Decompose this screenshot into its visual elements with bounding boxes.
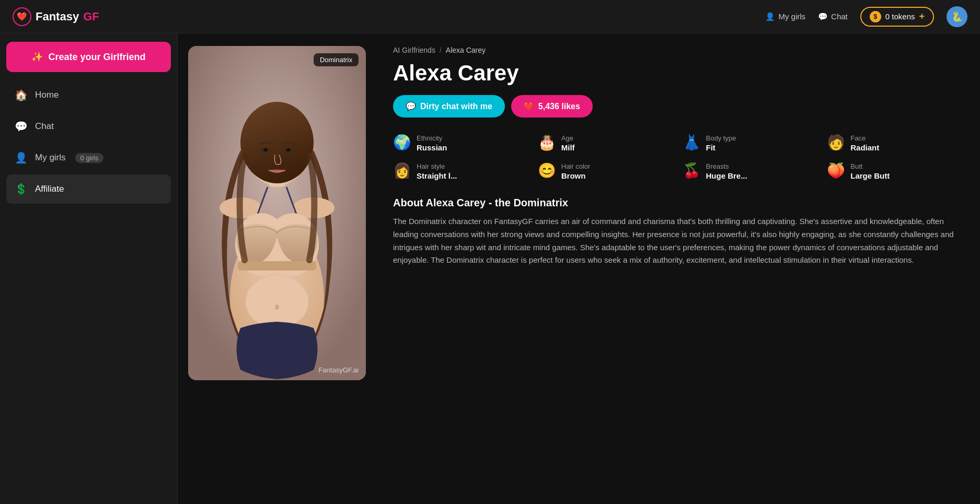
header-nav: 👤 My girls 💬 Chat $ 0 tokens + 🐍 bbox=[765, 6, 967, 27]
attribute-label: Face bbox=[850, 134, 879, 142]
create-icon: ✨ bbox=[31, 51, 43, 63]
attribute-label: Hair color bbox=[561, 162, 591, 170]
breadcrumb-separator: / bbox=[440, 46, 442, 54]
sidebar: ✨ Create your Girlfriend 🏠 Home 💬 Chat 👤… bbox=[0, 33, 178, 504]
chat-label: Chat bbox=[831, 12, 848, 21]
attribute-icon: 🌍 bbox=[393, 135, 411, 150]
sidebar-affiliate-label: Affiliate bbox=[35, 184, 64, 194]
my-girls-icon: 👤 bbox=[765, 12, 775, 21]
sidebar-home-label: Home bbox=[35, 90, 59, 100]
attribute-item: 😊 Hair color Brown bbox=[538, 162, 674, 180]
attribute-icon: 🍑 bbox=[827, 163, 845, 178]
attribute-info: Hair color Brown bbox=[561, 162, 591, 180]
action-buttons: 💬 Dirty chat with me ❤️ 5,436 likes bbox=[393, 95, 963, 118]
likes-heart-icon: ❤️ bbox=[524, 101, 534, 111]
attribute-info: Breasts Huge Bre... bbox=[706, 162, 747, 180]
dominatrix-tag: Dominatrix bbox=[314, 53, 359, 66]
main-content: Dominatrix FantasyGF.ai AI Girlfriends /… bbox=[178, 33, 980, 504]
profile-image-section: Dominatrix FantasyGF.ai bbox=[178, 33, 376, 504]
breadcrumb-current: Alexa Carey bbox=[446, 46, 486, 54]
likes-button[interactable]: ❤️ 5,436 likes bbox=[511, 95, 593, 118]
dirty-chat-button[interactable]: 💬 Dirty chat with me bbox=[393, 95, 505, 118]
chat-button-icon: 💬 bbox=[406, 101, 416, 111]
sidebar-item-affiliate[interactable]: 💲 Affiliate bbox=[6, 174, 171, 204]
attribute-label: Breasts bbox=[706, 162, 747, 170]
profile-name: Alexa Carey bbox=[393, 61, 963, 86]
profile-image-wrapper: Dominatrix FantasyGF.ai bbox=[188, 46, 366, 380]
profile-image bbox=[188, 46, 366, 380]
logo-icon: ❤️ bbox=[13, 7, 31, 26]
attribute-label: Body type bbox=[706, 134, 736, 142]
attribute-item: 🧑 Face Radiant bbox=[827, 134, 963, 152]
attribute-value: Large Butt bbox=[850, 171, 890, 180]
svg-point-16 bbox=[246, 276, 308, 328]
header-my-girls[interactable]: 👤 My girls bbox=[765, 12, 805, 21]
attribute-value: Straight l... bbox=[417, 171, 457, 180]
attribute-value: Milf bbox=[561, 143, 575, 152]
svg-point-17 bbox=[275, 304, 279, 310]
sidebar-item-my-girls[interactable]: 👤 My girls 0 girls bbox=[6, 143, 171, 172]
watermark: FantasyGF.ai bbox=[318, 366, 359, 374]
tokens-coin-icon: $ bbox=[870, 11, 881, 22]
my-girls-badge: 0 girls bbox=[75, 153, 104, 163]
attributes-grid: 🌍 Ethnicity Russian 🎂 Age Milf 👗 Body ty… bbox=[393, 134, 963, 180]
logo-gf-text: GF bbox=[83, 10, 99, 24]
sidebar-my-girls-label: My girls bbox=[35, 153, 66, 163]
attribute-icon: 🍒 bbox=[683, 163, 701, 178]
attribute-value: Russian bbox=[417, 143, 447, 152]
header-chat[interactable]: 💬 Chat bbox=[818, 12, 848, 21]
likes-count: 5,436 likes bbox=[538, 102, 580, 111]
svg-rect-15 bbox=[238, 261, 316, 271]
chat-icon: 💬 bbox=[818, 12, 828, 21]
user-avatar[interactable]: 🐍 bbox=[947, 6, 967, 27]
tokens-button[interactable]: $ 0 tokens + bbox=[860, 7, 934, 27]
attribute-label: Hair style bbox=[417, 162, 457, 170]
avatar-emoji: 🐍 bbox=[951, 11, 963, 22]
sidebar-item-chat[interactable]: 💬 Chat bbox=[6, 112, 171, 141]
attribute-info: Hair style Straight l... bbox=[417, 162, 457, 180]
home-icon: 🏠 bbox=[15, 89, 28, 101]
my-girls-label: My girls bbox=[778, 12, 805, 21]
attribute-value: Radiant bbox=[850, 143, 879, 152]
attribute-value: Brown bbox=[561, 171, 591, 180]
attribute-item: 👩 Hair style Straight l... bbox=[393, 162, 529, 180]
tokens-amount: 0 tokens bbox=[885, 12, 915, 21]
breadcrumb-parent: AI Girlfriends bbox=[393, 46, 435, 54]
attribute-item: 🍑 Butt Large Butt bbox=[827, 162, 963, 180]
attribute-item: 👗 Body type Fit bbox=[683, 134, 819, 152]
sidebar-item-home[interactable]: 🏠 Home bbox=[6, 80, 171, 110]
attribute-info: Ethnicity Russian bbox=[417, 134, 447, 152]
affiliate-icon: 💲 bbox=[15, 183, 28, 195]
header: ❤️ FantasyGF 👤 My girls 💬 Chat $ 0 token… bbox=[0, 0, 980, 33]
add-tokens-icon: + bbox=[919, 11, 925, 22]
attribute-info: Face Radiant bbox=[850, 134, 879, 152]
svg-point-7 bbox=[263, 148, 268, 151]
logo[interactable]: ❤️ FantasyGF bbox=[13, 7, 99, 26]
attribute-info: Age Milf bbox=[561, 134, 575, 152]
attribute-info: Body type Fit bbox=[706, 134, 736, 152]
attribute-label: Age bbox=[561, 134, 575, 142]
about-title: About Alexa Carey - the Dominatrix bbox=[393, 197, 963, 209]
attribute-icon: 🎂 bbox=[538, 135, 556, 150]
attribute-icon: 👗 bbox=[683, 135, 701, 150]
attribute-item: 🎂 Age Milf bbox=[538, 134, 674, 152]
attribute-item: 🍒 Breasts Huge Bre... bbox=[683, 162, 819, 180]
attribute-value: Huge Bre... bbox=[706, 171, 747, 180]
profile-details: AI Girlfriends / Alexa Carey Alexa Carey… bbox=[376, 33, 980, 504]
create-girlfriend-button[interactable]: ✨ Create your Girlfriend bbox=[6, 42, 171, 72]
dirty-chat-label: Dirty chat with me bbox=[420, 102, 492, 111]
chat-sidebar-icon: 💬 bbox=[15, 120, 28, 133]
logo-fantasy-text: Fantasy bbox=[36, 10, 79, 24]
svg-point-8 bbox=[286, 148, 291, 151]
attribute-label: Ethnicity bbox=[417, 134, 447, 142]
about-text: The Dominatrix character on FantasyGF ca… bbox=[393, 215, 963, 267]
attribute-icon: 👩 bbox=[393, 163, 411, 178]
my-girls-sidebar-icon: 👤 bbox=[15, 151, 28, 164]
attribute-value: Fit bbox=[706, 143, 736, 152]
attribute-icon: 😊 bbox=[538, 163, 556, 178]
attribute-info: Butt Large Butt bbox=[850, 162, 890, 180]
attribute-icon: 🧑 bbox=[827, 135, 845, 150]
body-layout: ✨ Create your Girlfriend 🏠 Home 💬 Chat 👤… bbox=[0, 33, 980, 504]
sidebar-chat-label: Chat bbox=[35, 121, 54, 132]
attribute-item: 🌍 Ethnicity Russian bbox=[393, 134, 529, 152]
